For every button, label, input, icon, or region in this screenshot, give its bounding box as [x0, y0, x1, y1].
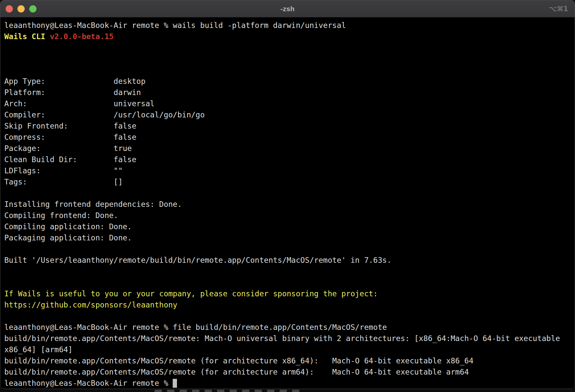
terminal-line: Compress: false [4, 132, 571, 143]
terminal-text: build/bin/remote.app/Contents/MacOS/remo… [4, 368, 469, 376]
terminal-line: Clean Build Dir: false [4, 154, 571, 165]
terminal-line: x86_64] [arm64] [4, 344, 571, 355]
zoom-button[interactable] [29, 5, 37, 12]
terminal-text: v2.0.0-beta.15 [50, 32, 113, 41]
terminal-text: Package: true [4, 144, 132, 153]
terminal-line: leaanthony@Leas-MacBook-Air remote % fil… [4, 322, 571, 333]
terminal-text: Compiling application: Done. [4, 222, 132, 231]
terminal-text: Platform: darwin [4, 88, 141, 97]
terminal-line: leaanthony@Leas-MacBook-Air remote % wai… [4, 20, 571, 31]
terminal-line: leaanthony@Leas-MacBook-Air remote % [4, 378, 571, 389]
terminal-text: leaanthony@Leas-MacBook-Air remote % fil… [4, 323, 387, 331]
terminal-line: App Type: desktop [4, 76, 571, 87]
minimize-button[interactable] [17, 5, 25, 12]
window-shortcut-badge: ⌥⌘1 [549, 0, 568, 17]
window-title: -zsh [280, 5, 294, 13]
close-button[interactable] [6, 5, 13, 12]
terminal-line: Compiling frontend: Done. [4, 210, 571, 221]
terminal-text: Packaging application: Done. [4, 233, 132, 242]
terminal-line: Installing frontend dependencies: Done. [4, 199, 571, 210]
terminal-line [4, 187, 571, 199]
terminal-text: Skip Frontend: false [4, 122, 137, 130]
terminal-line: https://github.com/sponsors/leaanthony [4, 299, 571, 310]
terminal-text: leaanthony@Leas-MacBook-Air remote % [4, 379, 173, 387]
terminal-line [4, 42, 571, 53]
terminal-line: LDFlags: "" [4, 165, 571, 176]
terminal-window: -zsh ⌥⌘1 leaanthony@Leas-MacBook-Air rem… [0, 0, 575, 389]
traffic-lights [6, 0, 37, 17]
terminal-text: Arch: universal [4, 99, 155, 108]
terminal-line: build/bin/remote.app/Contents/MacOS/remo… [4, 366, 571, 378]
terminal-text: Clean Build Dir: false [4, 155, 137, 164]
terminal-text: LDFlags: "" [4, 166, 123, 175]
terminal-line [4, 266, 571, 277]
terminal-line: Package: true [4, 143, 571, 154]
terminal-line: Wails CLI v2.0.0-beta.15 [4, 31, 571, 42]
terminal-line: Built '/Users/leaanthony/remote/build/bi… [4, 255, 571, 266]
terminal-text: Compress: false [4, 133, 137, 141]
terminal-text: Compiler: /usr/local/go/bin/go [4, 110, 205, 119]
terminal-screen[interactable]: leaanthony@Leas-MacBook-Air remote % wai… [0, 17, 575, 389]
terminal-line: Platform: darwin [4, 87, 571, 98]
terminal-text: Compiling frontend: Done. [4, 211, 118, 220]
terminal-text: Built '/Users/leaanthony/remote/build/bi… [4, 256, 391, 264]
text-cursor [173, 379, 177, 388]
terminal-line: If Wails is useful to you or your compan… [4, 288, 571, 299]
terminal-line: Compiling application: Done. [4, 221, 571, 232]
background-window-fragments [155, 390, 299, 392]
terminal-line [4, 310, 571, 322]
terminal-line: build/bin/remote.app/Contents/MacOS/remo… [4, 333, 571, 344]
terminal-text: Tags: [] [4, 178, 123, 186]
terminal-line [4, 53, 571, 64]
terminal-line: Tags: [] [4, 176, 571, 187]
terminal-text: App Type: desktop [4, 77, 145, 86]
terminal-text: https://github.com/sponsors/leaanthony [4, 301, 177, 309]
terminal-line: Skip Frontend: false [4, 120, 571, 132]
terminal-text: Installing frontend dependencies: Done. [4, 200, 182, 208]
terminal-line: Arch: universal [4, 98, 571, 109]
terminal-line [4, 64, 571, 76]
terminal-line: Compiler: /usr/local/go/bin/go [4, 109, 571, 120]
titlebar[interactable]: -zsh ⌥⌘1 [0, 0, 575, 17]
terminal-line [4, 243, 571, 255]
terminal-text: If Wails is useful to you or your compan… [4, 289, 378, 298]
terminal-text: build/bin/remote.app/Contents/MacOS/remo… [4, 334, 564, 343]
terminal-line: Packaging application: Done. [4, 232, 571, 243]
terminal-line: build/bin/remote.app/Contents/MacOS/remo… [4, 355, 571, 366]
terminal-text: leaanthony@Leas-MacBook-Air remote % wai… [4, 21, 346, 30]
terminal-text: build/bin/remote.app/Contents/MacOS/remo… [4, 356, 473, 365]
terminal-line [4, 277, 571, 288]
terminal-text: Wails CLI [4, 32, 50, 41]
terminal-text: x86_64] [arm64] [4, 345, 73, 354]
